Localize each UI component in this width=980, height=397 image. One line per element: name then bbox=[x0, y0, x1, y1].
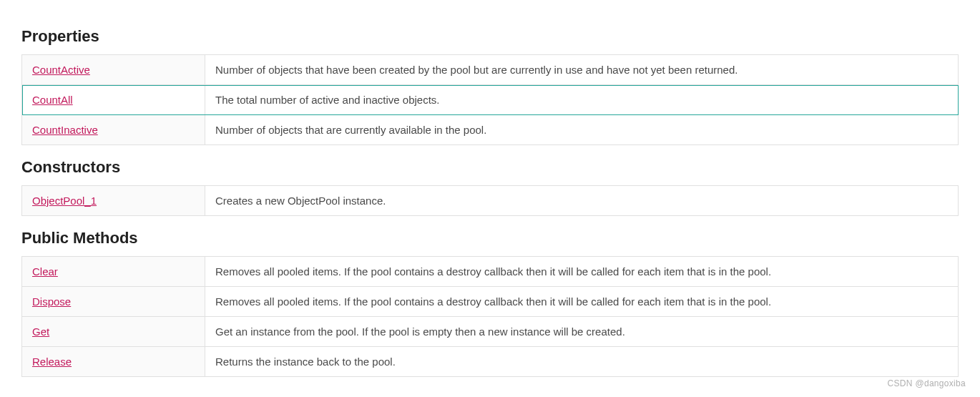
api-desc-cell: The total number of active and inactive … bbox=[205, 85, 959, 115]
api-desc-cell: Number of objects that have been created… bbox=[205, 55, 959, 85]
table-row: CountActive Number of objects that have … bbox=[22, 55, 959, 85]
section-heading-constructors: Constructors bbox=[21, 158, 959, 177]
api-name-cell: ObjectPool_1 bbox=[22, 186, 205, 216]
api-name-cell: CountActive bbox=[22, 55, 205, 85]
api-link-dispose[interactable]: Dispose bbox=[32, 295, 71, 308]
section-heading-properties: Properties bbox=[21, 27, 959, 46]
api-desc-cell: Creates a new ObjectPool instance. bbox=[205, 186, 959, 216]
api-desc-cell: Number of objects that are currently ava… bbox=[205, 115, 959, 145]
api-link-release[interactable]: Release bbox=[32, 356, 72, 368]
api-desc-cell: Get an instance from the pool. If the po… bbox=[205, 317, 959, 347]
watermark-text: CSDN @dangoxiba bbox=[888, 378, 966, 388]
properties-table: CountActive Number of objects that have … bbox=[21, 54, 959, 145]
api-desc-cell: Returns the instance back to the pool. bbox=[205, 347, 959, 377]
table-row: ObjectPool_1 Creates a new ObjectPool in… bbox=[22, 186, 959, 216]
section-heading-public-methods: Public Methods bbox=[21, 229, 959, 247]
api-desc-cell: Removes all pooled items. If the pool co… bbox=[205, 257, 959, 287]
api-name-cell: Release bbox=[22, 347, 205, 377]
api-name-cell: CountInactive bbox=[22, 115, 205, 145]
table-row: Release Returns the instance back to the… bbox=[22, 347, 959, 377]
table-row: CountInactive Number of objects that are… bbox=[22, 115, 959, 145]
api-link-objectpool-1[interactable]: ObjectPool_1 bbox=[32, 195, 97, 207]
api-link-get[interactable]: Get bbox=[32, 325, 49, 338]
api-link-countall[interactable]: CountAll bbox=[32, 94, 73, 106]
api-name-cell: Dispose bbox=[22, 287, 205, 317]
table-row: Dispose Removes all pooled items. If the… bbox=[22, 287, 959, 317]
api-link-countinactive[interactable]: CountInactive bbox=[32, 124, 98, 136]
api-name-cell: CountAll bbox=[22, 85, 205, 115]
table-row: Clear Removes all pooled items. If the p… bbox=[22, 257, 959, 287]
public-methods-table: Clear Removes all pooled items. If the p… bbox=[21, 256, 959, 377]
api-desc-cell: Removes all pooled items. If the pool co… bbox=[205, 287, 959, 317]
api-name-cell: Clear bbox=[22, 257, 205, 287]
table-row: Get Get an instance from the pool. If th… bbox=[22, 317, 959, 347]
constructors-table: ObjectPool_1 Creates a new ObjectPool in… bbox=[21, 185, 959, 216]
api-link-clear[interactable]: Clear bbox=[32, 265, 58, 278]
api-name-cell: Get bbox=[22, 317, 205, 347]
table-row: CountAll The total number of active and … bbox=[22, 85, 959, 115]
api-link-countactive[interactable]: CountActive bbox=[32, 64, 90, 76]
